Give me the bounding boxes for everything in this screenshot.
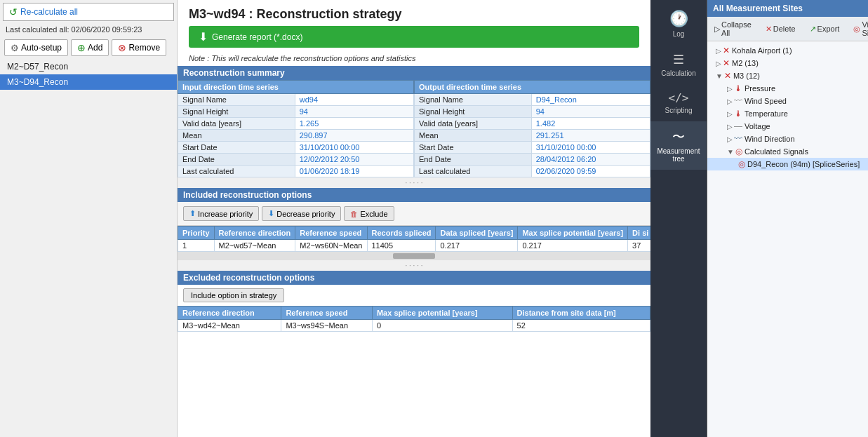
remove-label: Remove <box>128 43 160 53</box>
toggle-kohala[interactable]: ▷ <box>716 47 721 55</box>
sidebar-item-m2d57[interactable]: M2~D57_Recon <box>0 59 177 74</box>
sidebar-toolbar: ⚙ Auto-setup ⊕ Add ⊗ Remove <box>0 36 177 59</box>
tree-panel: All Measurement Sites ▷ Collapse All ✕ D… <box>707 0 868 437</box>
calculated-label: Calculated Signals <box>745 147 808 156</box>
toggle-pressure[interactable]: ▷ <box>727 85 733 93</box>
last-calc-value: 02/06/2020 09:59:23 <box>72 25 142 34</box>
m2-icon: ✕ <box>723 58 730 68</box>
table-row: Last calculated02/06/2020 09:59 <box>415 166 650 177</box>
log-icon: 🕐 <box>669 10 688 28</box>
wind-speed-icon: 〰 <box>734 96 742 106</box>
sidebar-item-m3d94[interactable]: M3~D94_Recon <box>0 74 177 90</box>
table-row[interactable]: M3~wd42~MeanM3~ws94S~Mean052 <box>178 320 650 332</box>
tree-node-kohala[interactable]: ▷ ✕ Kohala Airport (1) <box>707 44 868 57</box>
tree-node-pressure[interactable]: ▷ 🌡 Pressure <box>707 82 868 95</box>
excol-distance: Distance from site data [m] <box>512 307 650 320</box>
include-option-label: Include option in strategy <box>191 291 276 300</box>
toggle-m3[interactable]: ▼ <box>716 72 723 80</box>
m3-label: M3 (12) <box>733 72 760 80</box>
auto-setup-button[interactable]: ⚙ Auto-setup <box>4 39 68 56</box>
output-summary-table: Output direction time series Signal Name… <box>414 80 650 177</box>
export-button[interactable]: ↗ Export <box>807 24 843 34</box>
table-row: Signal Height94 <box>178 106 414 118</box>
scrollbar-thumb[interactable] <box>393 253 435 259</box>
table-row: Start Date31/10/2010 00:00 <box>415 142 650 154</box>
nav-calculation[interactable]: ☰ Calculation <box>650 45 707 84</box>
decrease-priority-button[interactable]: ⬇ Decrease priority <box>262 206 341 221</box>
table-row[interactable]: 1M2~wd57~MeanM2~ws60N~Mean114050.2170.21… <box>178 240 651 252</box>
nav-scripting[interactable]: </> Scripting <box>650 84 707 121</box>
increase-priority-label: Increase priority <box>198 210 253 218</box>
measurement-tree-icon: 〜 <box>672 128 685 145</box>
kohala-label: Kohala Airport (1) <box>732 46 792 55</box>
add-label: Add <box>88 43 102 53</box>
tree-node-m3[interactable]: ▼ ✕ M3 (12) <box>707 69 868 82</box>
export-label: Export <box>817 25 840 33</box>
page-title: M3~wd94 : Reconstruction strategy <box>178 0 650 26</box>
recalculate-all-button[interactable]: ↺ Re-calculate all <box>3 3 174 21</box>
trash-icon: 🗑 <box>350 210 358 218</box>
tree-node-voltage[interactable]: ▷ — Voltage <box>707 120 868 133</box>
tree-node-calculated[interactable]: ▼ ◎ Calculated Signals <box>707 145 868 158</box>
collapse-all-button[interactable]: ▷ Collapse All <box>712 20 754 38</box>
voltage-icon: — <box>734 121 742 131</box>
toggle-temperature[interactable]: ▷ <box>727 110 733 118</box>
temperature-label: Temperature <box>745 109 788 118</box>
col-data-spliced: Data spliced [years] <box>436 227 518 240</box>
nav-measurement-tree[interactable]: 〜 Measurement tree <box>650 121 707 170</box>
table-row: Signal Namewd94 <box>178 94 414 106</box>
d94-icon: ◎ <box>738 159 745 169</box>
main-content: M3~wd94 : Reconstruction strategy ⬇ Gene… <box>178 0 650 437</box>
voltage-label: Voltage <box>745 122 770 130</box>
tree-node-wind-direction[interactable]: ▷ 〰 Wind Direction <box>707 133 868 145</box>
nav-scripting-label: Scripting <box>665 107 693 114</box>
d94-label: D94_Recon (94m) [SpliceSeries] <box>747 160 860 168</box>
nav-log[interactable]: 🕐 Log <box>650 3 707 45</box>
tree-node-temperature[interactable]: ▷ 🌡 Temperature <box>707 107 868 120</box>
remove-button[interactable]: ⊗ Remove <box>112 39 166 56</box>
remove-icon: ⊗ <box>118 42 126 53</box>
nav-tree-label: Measurement tree <box>653 147 704 163</box>
icon-nav: 🕐 Log ☰ Calculation </> Scripting 〜 Meas… <box>650 0 707 437</box>
report-btn-label: Generate report (*.docx) <box>212 32 302 42</box>
tree-node-d94recon[interactable]: ◎ D94_Recon (94m) [SpliceSeries] <box>707 158 868 170</box>
tree-header: All Measurement Sites <box>707 0 868 17</box>
toggle-wind-direction[interactable]: ▷ <box>727 135 733 143</box>
kohala-icon: ✕ <box>723 46 730 55</box>
tree-node-m2[interactable]: ▷ ✕ M2 (13) <box>707 57 868 69</box>
auto-setup-label: Auto-setup <box>21 43 62 53</box>
excluded-table: Reference direction Reference speed Max … <box>178 306 650 332</box>
excol-ref-speed: Reference speed <box>281 307 373 320</box>
main-scroll-area[interactable]: Reconstruction summary Input direction t… <box>178 66 650 437</box>
gear-icon: ⚙ <box>11 43 19 53</box>
exclude-button[interactable]: 🗑 Exclude <box>344 206 394 221</box>
col-max-splice: Max splice potential [years] <box>518 227 628 240</box>
nav-log-label: Log <box>673 30 685 38</box>
view-signal-button[interactable]: ◎ View Signal <box>850 20 868 38</box>
increase-priority-button[interactable]: ⬆ Increase priority <box>183 206 259 221</box>
include-option-button[interactable]: Include option in strategy <box>183 288 284 302</box>
table-row: Signal NameD94_Recon <box>415 94 650 106</box>
recon-summary-header: Reconstruction summary <box>178 66 650 80</box>
toggle-voltage[interactable]: ▷ <box>727 123 733 130</box>
table-row: Valid data [years]1.265 <box>178 118 414 130</box>
delete-button[interactable]: ✕ Delete <box>763 24 799 34</box>
col-records: Records spliced <box>367 227 436 240</box>
input-summary-table: Input direction time series Signal Namew… <box>178 80 414 177</box>
pressure-label: Pressure <box>745 84 775 93</box>
nav-calc-label: Calculation <box>661 69 695 77</box>
add-button[interactable]: ⊕ Add <box>71 39 109 56</box>
horizontal-scrollbar[interactable] <box>178 252 650 260</box>
toggle-calculated[interactable]: ▼ <box>727 148 734 156</box>
wind-direction-icon: 〰 <box>734 134 742 144</box>
last-calc-label: Last calculated all: <box>6 25 69 34</box>
reconstruction-list: M2~D57_Recon M3~D94_Recon <box>0 59 177 437</box>
toggle-wind-speed[interactable]: ▷ <box>727 98 733 105</box>
tree-node-wind-speed[interactable]: ▷ 〰 Wind Speed <box>707 95 868 107</box>
excol-ref-dir: Reference direction <box>178 307 281 320</box>
arrow-down-icon: ⬇ <box>268 209 274 218</box>
generate-report-button[interactable]: ⬇ Generate report (*.docx) <box>189 26 639 48</box>
table-row: Signal Height94 <box>415 106 650 118</box>
toggle-m2[interactable]: ▷ <box>716 60 721 67</box>
wind-speed-label: Wind Speed <box>745 97 787 105</box>
